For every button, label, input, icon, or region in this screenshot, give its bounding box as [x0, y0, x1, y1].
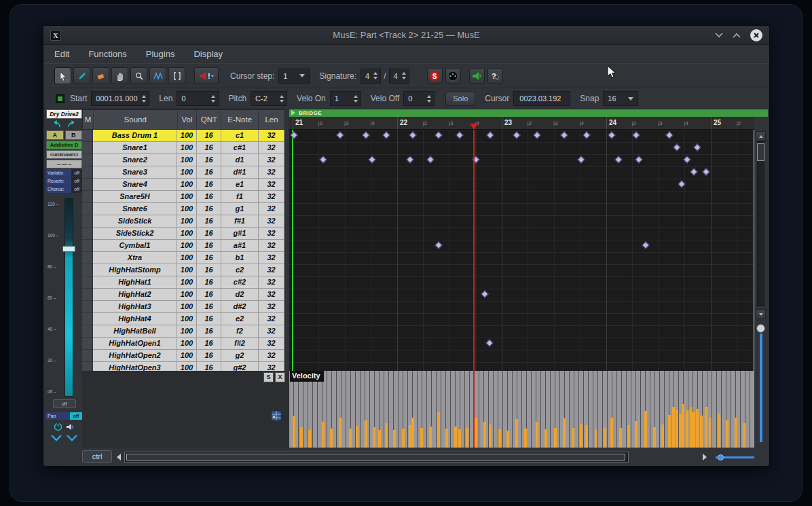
pan-control[interactable]: Pan off [46, 412, 82, 420]
qnt-cell[interactable]: 16 [197, 289, 221, 301]
note-diamond[interactable] [382, 131, 390, 139]
enote-cell[interactable]: c2 [221, 264, 259, 276]
note-diamond[interactable] [362, 131, 369, 139]
sound-name-cell[interactable]: Snare3 [93, 166, 177, 179]
sound-name-cell[interactable]: SideStick2 [93, 228, 177, 240]
sound-name-cell[interactable]: HighHat4 [93, 313, 177, 325]
pan-tool-button[interactable] [111, 67, 128, 84]
velocity-bar[interactable] [686, 410, 688, 448]
velocity-bar[interactable] [411, 418, 414, 448]
vol-cell[interactable]: 100 [177, 350, 197, 362]
note-diamond[interactable] [683, 156, 690, 163]
enote-cell[interactable]: e1 [221, 179, 259, 191]
enote-cell[interactable]: c#2 [221, 276, 259, 289]
velo-off-spinbox[interactable]: 0 [403, 91, 435, 106]
enote-cell[interactable]: f#2 [221, 338, 259, 350]
qnt-cell[interactable]: 16 [197, 276, 221, 289]
vertical-zoom-handle[interactable] [756, 324, 765, 333]
vol-cell[interactable]: 100 [177, 325, 197, 338]
vol-cell[interactable]: 100 [177, 228, 197, 240]
len-cell[interactable]: 32 [259, 252, 284, 264]
velocity-bar[interactable] [580, 424, 583, 448]
len-cell[interactable]: 32 [259, 362, 284, 371]
instrument-dashes[interactable]: -- — -- [46, 160, 82, 168]
pitch-spinbox[interactable]: C-2 [251, 91, 287, 106]
mute-cell[interactable] [82, 350, 93, 362]
note-diamond[interactable] [665, 131, 673, 139]
layer-b-button[interactable]: B [65, 130, 83, 140]
horizontal-scrollbar[interactable] [124, 452, 629, 463]
vol-cell[interactable]: 100 [177, 191, 197, 203]
velocity-bar[interactable] [644, 411, 647, 448]
ctrl-button[interactable]: ctrl [82, 450, 112, 463]
velocity-bar[interactable] [515, 419, 518, 448]
zoom-tool-button[interactable] [130, 67, 147, 84]
velocity-bar[interactable] [705, 407, 707, 448]
velocity-bar[interactable] [489, 424, 492, 448]
mute-cell[interactable] [82, 338, 93, 350]
len-cell[interactable]: 32 [259, 203, 284, 215]
menu-edit[interactable]: Edit [54, 49, 69, 59]
scroll-left-button[interactable] [114, 452, 123, 462]
len-cell[interactable]: 32 [259, 191, 284, 203]
velocity-bar[interactable] [378, 430, 381, 448]
qnt-cell[interactable]: 16 [197, 228, 221, 240]
drum-row-17[interactable]: HighHatBell10016f232 [82, 325, 285, 338]
timeline-ruler[interactable]: 21|2|3|422|2|3|423|2|3|424|2|3|425|2|3|4 [289, 117, 754, 130]
velocity-bar[interactable] [466, 428, 468, 448]
mute-cell[interactable] [82, 252, 93, 264]
spinner-arrows-icon[interactable] [402, 72, 406, 79]
velocity-bar[interactable] [718, 414, 720, 448]
ruler-bar-24[interactable]: 24|2|3|4 [606, 117, 711, 130]
menu-plugins[interactable]: Plugins [146, 49, 175, 59]
mute-cell[interactable] [82, 313, 93, 325]
column-qnt[interactable]: QNT [197, 110, 221, 129]
sound-name-cell[interactable]: Snare2 [93, 154, 177, 166]
range-tool-button[interactable] [168, 67, 185, 84]
velocity-bar[interactable] [402, 429, 405, 448]
drum-row-6[interactable]: Snare5H10016f132 [82, 191, 285, 203]
velocity-bar[interactable] [300, 427, 303, 448]
enote-cell[interactable]: f#1 [221, 215, 259, 228]
velocity-bar[interactable] [339, 418, 342, 448]
velocity-bar[interactable] [365, 420, 367, 448]
cursor-step-dropdown[interactable]: 1 [278, 69, 310, 84]
note-diamond[interactable] [368, 156, 375, 163]
len-cell[interactable]: 32 [259, 154, 284, 166]
velocity-bar[interactable] [585, 425, 588, 448]
qnt-cell[interactable]: 16 [197, 240, 221, 252]
velocity-bar[interactable] [676, 410, 678, 448]
vol-cell[interactable]: 100 [177, 264, 197, 276]
mute-cell[interactable] [82, 264, 93, 276]
qnt-cell[interactable]: 16 [197, 142, 221, 154]
drum-row-14[interactable]: HighHat210016d232 [82, 289, 285, 301]
qnt-cell[interactable]: 16 [197, 215, 221, 228]
drum-row-8[interactable]: SideStick10016f#132 [82, 215, 285, 228]
mute-cell[interactable] [82, 203, 93, 215]
velocity-bar[interactable] [635, 421, 638, 448]
vol-cell[interactable]: 100 [177, 154, 197, 166]
mute-cell[interactable] [82, 289, 93, 301]
eraser-tool-button[interactable] [92, 67, 109, 84]
ruler-bar-21[interactable]: 21|2|3|4 [293, 117, 397, 130]
note-diamond[interactable] [673, 143, 680, 151]
note-diamond[interactable] [577, 156, 585, 163]
next-event-icon[interactable] [66, 434, 78, 441]
sound-name-cell[interactable]: Xtra [93, 252, 177, 264]
sound-name-cell[interactable]: HighHat3 [93, 301, 177, 313]
note-diamond[interactable] [435, 131, 442, 139]
velocity-bar[interactable] [293, 416, 295, 448]
len-cell[interactable]: 32 [259, 228, 284, 240]
enote-cell[interactable]: f2 [221, 325, 259, 338]
drum-row-4[interactable]: Snare310016d#132 [82, 166, 285, 179]
qnt-cell[interactable]: 16 [197, 301, 221, 313]
len-cell[interactable]: 32 [259, 130, 284, 142]
note-diamond[interactable] [426, 156, 434, 163]
enote-cell[interactable]: g1 [221, 203, 259, 215]
playback-cursor-marker[interactable] [470, 124, 478, 130]
variation-control[interactable]: Variatio off [46, 169, 82, 177]
maximize-button[interactable] [733, 33, 741, 38]
qnt-cell[interactable]: 16 [197, 362, 221, 371]
velocity-bar[interactable] [536, 422, 538, 448]
enote-cell[interactable]: a#1 [221, 240, 259, 252]
